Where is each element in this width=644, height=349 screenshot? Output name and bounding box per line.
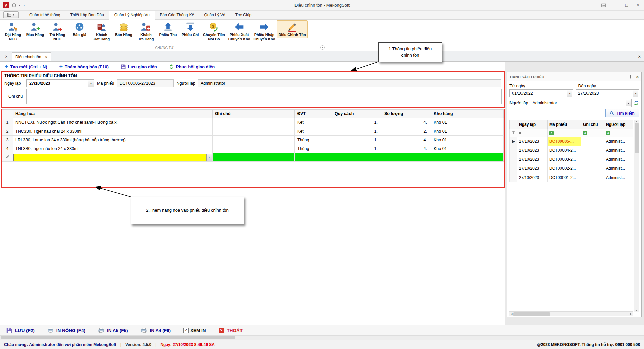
close-panel-icon[interactable]: × bbox=[636, 74, 639, 79]
cell-user[interactable]: Administ... bbox=[604, 137, 633, 146]
cell-warehouse[interactable]: Kho 01 bbox=[431, 144, 504, 153]
checkbox-checked-icon[interactable]: ✓ bbox=[183, 328, 189, 333]
col-ghi-chu[interactable]: Ghi chú bbox=[581, 120, 604, 129]
cell-date[interactable]: 27/10/2023 bbox=[517, 164, 548, 173]
ribbon-button-khach-dat-hang[interactable]: Khách Đặt Hàng bbox=[91, 20, 113, 42]
cell-note[interactable] bbox=[213, 118, 295, 127]
close-document-icon[interactable]: × bbox=[638, 54, 641, 59]
cell-warehouse[interactable]: Kho 01 bbox=[431, 127, 504, 136]
cell-note[interactable] bbox=[581, 164, 604, 173]
print-a5-button[interactable]: IN A5 (F5) bbox=[98, 327, 128, 334]
new-item-combo-input[interactable]: ▼ bbox=[13, 154, 212, 161]
panel-nguoi-lap-combo[interactable]: Administrator ▼ bbox=[530, 99, 632, 107]
col-ghi-chu[interactable]: Ghi chú bbox=[213, 110, 295, 118]
voucher-row-2[interactable]: 27/10/2023 DCT00004-2... Administ... bbox=[510, 146, 633, 155]
cell-code[interactable]: DCT00003-2... bbox=[548, 155, 581, 164]
cell-unit[interactable]: Két bbox=[295, 118, 332, 127]
col-kho-hang[interactable]: Kho hàng bbox=[431, 110, 504, 118]
cell-spec[interactable]: 1. bbox=[332, 144, 382, 153]
save-layout-button[interactable]: Lưu giao diện bbox=[121, 64, 157, 69]
col-hang-hoa[interactable]: Hàng hóa bbox=[13, 110, 213, 118]
search-button[interactable]: Tìm kiếm bbox=[605, 109, 639, 117]
nguoi-lap-field[interactable]: Administrator bbox=[198, 79, 501, 87]
bottom-scrollbar[interactable] bbox=[0, 335, 644, 340]
cell-unit[interactable]: Thùng bbox=[295, 144, 332, 153]
app-menu-button[interactable]: ▼ bbox=[3, 11, 19, 18]
item-row-2[interactable]: 2 TNC330, Tiger nâu chai 24 x 330ml Két … bbox=[2, 127, 504, 136]
cell-qty[interactable]: 2. bbox=[382, 127, 431, 136]
ribbon-button-tra-hang-ncc[interactable]: Trả Hàng NCC bbox=[46, 20, 68, 42]
tab-quan-ly-vo[interactable]: Quản Lý Vỏ bbox=[199, 11, 230, 19]
cell-user[interactable]: Administ... bbox=[604, 173, 633, 182]
print-a4-button[interactable]: IN A4 (F6) bbox=[141, 327, 171, 334]
col-nguoi-lap[interactable]: Người lập bbox=[604, 120, 633, 129]
voucher-row-4[interactable]: 27/10/2023 DCT00002-2... Administ... bbox=[510, 164, 633, 173]
cell-user[interactable]: Administ... bbox=[604, 164, 633, 173]
print-hot-button[interactable]: IN NÓNG (F4) bbox=[47, 327, 85, 334]
vertical-scrollbar[interactable]: ▲▼ bbox=[634, 120, 639, 312]
cell-user[interactable]: Administ... bbox=[604, 155, 633, 164]
filter-row[interactable]: = a a a bbox=[510, 129, 633, 137]
cell-name[interactable]: NNCTCXI, Nước ngọt Cần Thơ chai sành-Hươ… bbox=[13, 118, 213, 127]
cell-note[interactable] bbox=[213, 136, 295, 144]
chevron-down-icon[interactable]: ▼ bbox=[206, 154, 212, 161]
item-row-4[interactable]: 4 TNL330, Tiger nâu lon 24 x 330ml Thùng… bbox=[2, 144, 504, 153]
filter-equals-icon[interactable]: = bbox=[519, 131, 521, 135]
ribbon-button-bao-gia[interactable]: Báo giá bbox=[68, 20, 91, 38]
chevron-down-icon[interactable]: ▼ bbox=[633, 90, 638, 97]
document-tab-dieu-chinh-ton[interactable]: Điều chỉnh tồn × bbox=[12, 52, 51, 61]
chevron-down-icon[interactable]: ▼ bbox=[626, 100, 631, 106]
new-note-cell[interactable] bbox=[213, 153, 295, 162]
cell-name[interactable]: LRL330, Larue lon 24 x 330ml (hàng bật n… bbox=[13, 136, 213, 144]
cell-note[interactable] bbox=[581, 155, 604, 164]
cell-name[interactable]: TNL330, Tiger nâu lon 24 x 330ml bbox=[13, 144, 213, 153]
voucher-row-1[interactable]: ▶ 27/10/2023 DCT00005-... Administ... bbox=[510, 137, 633, 146]
col-ngay-lap[interactable]: Ngày lập bbox=[517, 120, 548, 129]
fit-window-icon[interactable] bbox=[600, 2, 607, 8]
chevron-down-icon[interactable]: ▼ bbox=[567, 90, 572, 97]
cell-note[interactable] bbox=[581, 137, 604, 146]
ribbon-button-dat-hang-ncc[interactable]: Đặt Hàng NCC bbox=[2, 20, 24, 42]
tu-ngay-date-picker[interactable]: 01/10/2022 ▼ bbox=[509, 89, 573, 97]
cell-code[interactable]: DCT00001-2... bbox=[548, 173, 581, 182]
ribbon-button-phieu-xuat-chuyen-kho[interactable]: Phiếu Xuất Chuyển Kho bbox=[227, 20, 252, 42]
cell-note[interactable] bbox=[213, 127, 295, 136]
horizontal-scrollbar[interactable]: ◀▶ bbox=[509, 311, 633, 316]
tab-bao-cao-thong-ke[interactable]: Báo Cáo Thống Kê bbox=[155, 11, 199, 19]
preview-checkbox[interactable]: ✓ XEM IN bbox=[183, 328, 206, 333]
tab-tro-giup[interactable]: Trợ Giúp bbox=[230, 11, 256, 19]
new-qty-cell[interactable] bbox=[382, 153, 431, 162]
cell-qty[interactable]: 4. bbox=[382, 144, 431, 153]
close-all-tabs-button[interactable]: × bbox=[3, 53, 10, 60]
new-spec-cell[interactable] bbox=[332, 153, 382, 162]
tab-thiet-lap-ban-dau[interactable]: Thiết Lập Ban Đầu bbox=[65, 11, 109, 19]
cell-unit[interactable]: Két bbox=[295, 127, 332, 136]
cell-note[interactable] bbox=[581, 146, 604, 155]
cell-date[interactable]: 27/10/2023 bbox=[517, 173, 548, 182]
ribbon-button-mua-hang[interactable]: Mua Hàng bbox=[24, 20, 46, 38]
cell-spec[interactable]: 1. bbox=[332, 127, 382, 136]
ribbon-button-phieu-thu[interactable]: Phiếu Thu bbox=[157, 20, 179, 38]
ngay-lap-date-picker[interactable]: 27/10/2023 ▼ bbox=[26, 79, 94, 87]
ribbon-button-chuyen-tien-noi-bo[interactable]: $ Chuyển Tiền Nội Bộ bbox=[201, 20, 227, 42]
cell-date[interactable]: 27/10/2023 bbox=[517, 146, 548, 155]
item-row-1[interactable]: 1 NNCTCXI, Nước ngọt Cần Thơ chai sành-H… bbox=[2, 118, 504, 127]
new-item-row[interactable]: ▼ bbox=[2, 153, 504, 162]
voucher-row-5[interactable]: 27/10/2023 DCT00001-2... Administ... bbox=[510, 173, 633, 182]
tab-quan-ly-nghiep-vu[interactable]: Quản Lý Nghiệp Vụ bbox=[109, 11, 155, 20]
pin-icon[interactable] bbox=[628, 74, 633, 79]
new-voucher-button[interactable]: + Tạo mới (Ctrl + N) bbox=[5, 64, 47, 70]
col-quy-cach[interactable]: Quy cách bbox=[332, 110, 382, 118]
cell-spec[interactable]: 1. bbox=[332, 136, 382, 144]
cell-warehouse[interactable]: Kho 01 bbox=[431, 136, 504, 144]
cell-unit[interactable]: Thùng bbox=[295, 136, 332, 144]
close-button[interactable]: × bbox=[635, 2, 641, 8]
cell-code[interactable]: DCT00002-2... bbox=[548, 164, 581, 173]
filter-text-icon[interactable]: a bbox=[606, 131, 610, 135]
add-item-button[interactable]: + Thêm hàng hóa (F10) bbox=[59, 64, 109, 70]
cell-note[interactable] bbox=[581, 173, 604, 182]
col-ma-phieu[interactable]: Mã phiếu bbox=[548, 120, 581, 129]
ribbon-button-phieu-chi[interactable]: Phiếu Chi bbox=[179, 20, 201, 38]
ribbon-button-khach-tra-hang[interactable]: Khách Trả Hàng bbox=[135, 20, 157, 42]
refresh-icon[interactable] bbox=[634, 100, 639, 106]
